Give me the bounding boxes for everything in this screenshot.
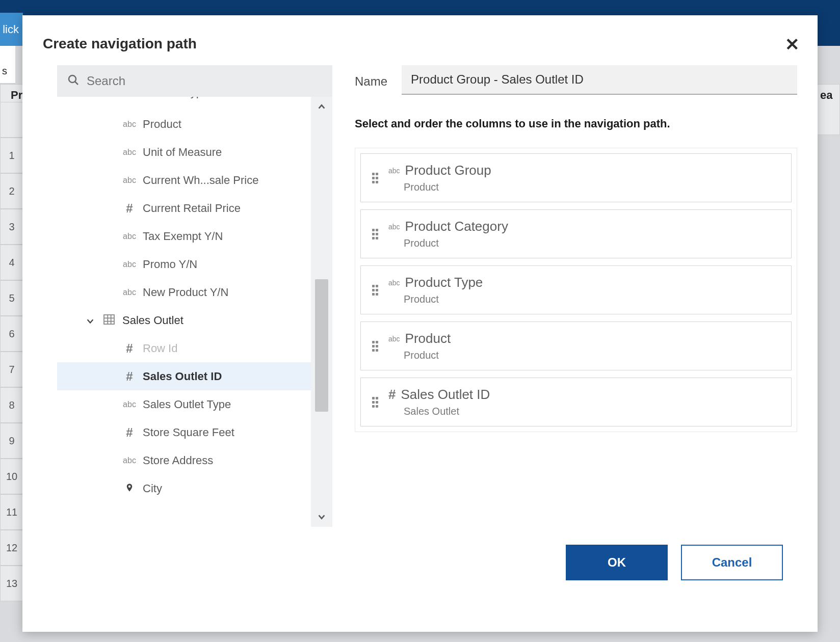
drag-handle-icon[interactable] [372,285,379,296]
ordered-column-item[interactable]: abcProductProduct [360,322,792,370]
text-type-icon: abc [122,176,137,185]
ordered-column-texts: abcProduct GroupProduct [388,163,491,193]
tree-section-head[interactable]: Sales Outlet [57,306,311,334]
drag-handle-icon[interactable] [372,173,379,183]
scrollbar-thumb[interactable] [315,279,328,412]
tree-column-item[interactable]: abcTax Exempt Y/N [57,222,311,250]
search-input[interactable] [86,73,322,89]
ordered-column-item[interactable]: abcProduct CategoryProduct [360,209,792,258]
number-type-icon: # [122,369,137,384]
ordered-column-item[interactable]: abcProduct GroupProduct [360,153,792,202]
tree-column-item[interactable]: abcUnit of Measure [57,138,311,166]
ordered-column-title: abcProduct Group [388,163,491,178]
name-input[interactable] [402,65,797,95]
tree-column-item[interactable]: City [57,474,311,502]
text-type-icon: abc [122,288,137,297]
search-row [57,65,332,97]
tree-item-label: Current Retail Price [143,202,241,215]
bg-row-header: 2 [0,173,23,209]
bg-row-header: 4 [0,245,23,280]
ordered-column-source: Product [404,181,491,193]
tree-column-item[interactable]: #Sales Outlet ID [57,362,311,390]
tree-column-item[interactable]: abcProduct [57,110,311,138]
tree-item-label: Sales Outlet Type [143,398,231,411]
tree-column-item[interactable]: abcCurrent Wh...sale Price [57,166,311,194]
tree-item-label: Sales Outlet [122,314,183,327]
create-navigation-path-dialog: Create navigation path ✕ abcProduct Type… [22,15,818,632]
ordered-column-title-text: Sales Outlet ID [401,387,490,403]
ordered-column-title-text: Product Category [405,219,508,234]
dialog-body: abcProduct TypeabcProductabcUnit of Meas… [22,53,818,527]
text-type-icon: abc [122,456,137,465]
bg-row-header: 5 [0,280,23,316]
tree-column-item[interactable]: abcSales Outlet Type [57,390,311,418]
ordered-column-title-text: Product Group [405,163,491,178]
scroll-down-icon[interactable] [311,506,332,527]
close-icon[interactable]: ✕ [785,36,799,53]
drag-handle-icon[interactable] [372,229,379,239]
ordered-column-texts: abcProductProduct [388,331,451,361]
ordered-column-title: abcProduct Type [388,275,483,290]
tree-item-label: Store Address [143,454,213,467]
tree-column-item[interactable]: #Current Retail Price [57,194,311,222]
tree-column-item: #Row Id [57,334,311,362]
text-type-icon: abc [122,400,137,409]
ordered-column-title-text: Product Type [405,275,483,290]
ordered-column-texts: #Sales Outlet IDSales Outlet [388,387,490,417]
tree-item-label: Store Square Feet [143,426,234,439]
scroll-up-icon[interactable] [311,97,332,117]
bg-row-header: 3 [0,209,23,245]
tree-item-label: Current Wh...sale Price [143,174,258,187]
ordered-column-source: Sales Outlet [404,406,490,417]
tree-column-item[interactable]: abcProduct Type [57,97,311,110]
ordered-column-source: Product [404,237,508,249]
column-tree-panel: abcProduct TypeabcProductabcUnit of Meas… [57,65,332,527]
tree-item-label: Row Id [143,342,177,355]
text-type-icon: abc [122,97,137,99]
bg-partial-button: lick [0,13,23,46]
chevron-down-icon[interactable] [86,315,96,326]
ok-button[interactable]: OK [566,545,668,580]
ordered-column-source: Product [404,293,483,305]
dialog-title: Create navigation path [43,36,197,52]
dialog-header: Create navigation path ✕ [22,15,818,53]
ordered-column-source: Product [404,350,451,361]
right-config-panel: Name Select and order the columns to use… [332,65,797,527]
tree-item-label: Product [143,118,181,131]
drag-handle-icon[interactable] [372,397,379,408]
ordered-column-title: abcProduct [388,331,451,346]
text-type-icon: abc [388,167,400,175]
bg-row-header: 7 [0,352,23,387]
bg-row-header: 10 [0,459,23,494]
text-type-icon: abc [122,120,137,129]
tree-column-item[interactable]: abcStore Address [57,446,311,474]
tree-column-item[interactable]: abcNew Product Y/N [57,278,311,306]
ordered-column-item[interactable]: #Sales Outlet IDSales Outlet [360,378,792,426]
number-type-icon: # [122,201,137,216]
ordered-column-title: #Sales Outlet ID [388,387,490,403]
drag-handle-icon[interactable] [372,341,379,352]
ordered-column-title: abcProduct Category [388,219,508,234]
table-type-icon [102,314,116,327]
tree-column-item[interactable]: #Store Square Feet [57,418,311,446]
tree-item-label: Unit of Measure [143,146,222,159]
text-type-icon: abc [122,260,137,269]
number-type-icon: # [388,387,396,403]
ordered-column-texts: abcProduct CategoryProduct [388,219,508,249]
location-type-icon [122,482,137,495]
bg-row-header: 13 [0,566,23,601]
tree-item-label: Promo Y/N [143,258,197,271]
column-tree-scroll: abcProduct TypeabcProductabcUnit of Meas… [57,97,332,527]
ordered-column-item[interactable]: abcProduct TypeProduct [360,265,792,314]
vertical-scrollbar[interactable] [311,97,332,527]
svg-rect-2 [104,314,114,324]
text-type-icon: abc [122,148,137,157]
svg-point-0 [69,75,76,83]
text-type-icon: abc [388,223,400,231]
bg-row-header: 11 [0,494,23,530]
text-type-icon: abc [388,335,400,343]
tree-column-item[interactable]: abcPromo Y/N [57,250,311,278]
text-type-icon: abc [388,279,400,287]
svg-line-1 [75,82,78,85]
cancel-button[interactable]: Cancel [681,545,783,580]
